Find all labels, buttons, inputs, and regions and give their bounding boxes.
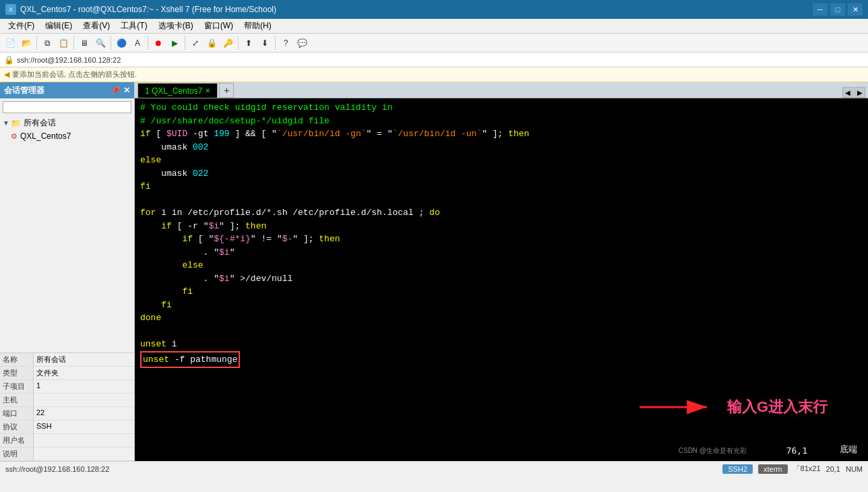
vim-mode: 底端: [840, 443, 857, 456]
watermark: CSDN @生命是有光彩: [679, 446, 747, 456]
tree-item-root[interactable]: ▼ 📁 所有会话: [0, 116, 134, 130]
menu-file[interactable]: 文件(F): [3, 19, 40, 33]
close-button[interactable]: ✕: [848, 3, 863, 16]
sidebar-title: 会话管理器: [4, 85, 44, 96]
download-button[interactable]: ⬇: [257, 36, 272, 51]
window-title: QXL_Centos7 - root@QXLCentos7:~ - Xshell…: [20, 5, 276, 14]
props-value-name: 所有会话: [34, 353, 134, 366]
props-label-protocol: 协议: [0, 421, 34, 433]
menu-edit[interactable]: 编辑(E): [40, 19, 78, 33]
tab-nav: ◀ ▶: [842, 87, 865, 98]
term-line-4: umask 002: [140, 141, 863, 154]
term-line-16: fi: [140, 299, 863, 312]
toolbar-separator-1: [36, 36, 37, 50]
props-label-port: 端口: [0, 407, 34, 420]
status-dimensions: 「81x21: [793, 464, 821, 474]
session-button[interactable]: 🖥: [77, 36, 92, 51]
props-value-type: 文件夹: [34, 367, 134, 379]
props-value-desc: [34, 448, 134, 460]
play-button[interactable]: ▶: [167, 36, 182, 51]
term-line-8: [140, 193, 863, 207]
maximize-button[interactable]: □: [830, 3, 845, 16]
bottom-bar: ssh://root@192.168.160.128:22 SSH2 xterm…: [0, 461, 868, 476]
term-line-1: # You could check uidgid reservation val…: [140, 101, 863, 115]
tab-close-icon[interactable]: ✕: [205, 87, 210, 94]
term-line-2: # /usr/share/doc/setup-*/uidgid file: [140, 115, 863, 128]
ssh-lock-icon: 🔒: [4, 55, 14, 65]
tab-qxl-centos7[interactable]: 1 QXL_Centos7 ✕: [137, 83, 218, 98]
info-button[interactable]: 💬: [294, 36, 309, 51]
annotation-arrow-svg: [640, 394, 720, 421]
window-controls: ─ □ ✕: [813, 3, 863, 16]
paste-button[interactable]: 📋: [56, 36, 71, 51]
tab-next-button[interactable]: ▶: [855, 87, 865, 98]
props-label-name: 名称: [0, 353, 34, 366]
tab-add-button[interactable]: +: [219, 83, 234, 98]
status-xterm: xterm: [758, 464, 788, 474]
sidebar-header-icons: 📌 ✕: [111, 86, 130, 95]
props-value-protocol: SSH: [34, 421, 134, 433]
sidebar-search-area: [0, 98, 134, 116]
menu-window[interactable]: 窗口(W): [199, 19, 239, 33]
color-button[interactable]: 🔵: [114, 36, 129, 51]
menu-tools[interactable]: 工具(T): [115, 19, 152, 33]
props-label-host: 主机: [0, 394, 34, 406]
toolbar-separator-4: [148, 36, 148, 50]
minimize-button[interactable]: ─: [813, 3, 828, 16]
help-button[interactable]: ?: [278, 36, 293, 51]
annotation: 输入G进入末行: [640, 394, 828, 421]
title-bar: X QXL_Centos7 - root@QXLCentos7:~ - Xshe…: [0, 0, 868, 19]
terminal-area: 1 QXL_Centos7 ✕ + ◀ ▶ # You could check …: [135, 82, 868, 461]
term-line-5: else: [140, 154, 863, 167]
tab-bar: 1 QXL_Centos7 ✕ + ◀ ▶: [135, 82, 868, 98]
sidebar-close-icon[interactable]: ✕: [123, 86, 130, 95]
props-row-protocol: 协议 SSH: [0, 421, 134, 434]
resize-button[interactable]: ⤢: [188, 36, 203, 51]
find-button[interactable]: 🔍: [93, 36, 108, 51]
vim-position: 76,1: [786, 445, 807, 456]
notice-bar: ◀ 要添加当前会话, 点击左侧的箭头按钮.: [0, 67, 868, 82]
term-line-14: . "$i" >/dev/null: [140, 272, 863, 286]
upload-button[interactable]: ⬆: [241, 36, 256, 51]
annotation-text: 输入G进入末行: [727, 397, 828, 417]
props-row-subitem: 子项目 1: [0, 380, 134, 394]
key-button[interactable]: 🔑: [220, 36, 235, 51]
props-row-host: 主机: [0, 394, 134, 407]
term-line-12: . "$i": [140, 246, 863, 259]
tab-label: 1 QXL_Centos7: [145, 86, 202, 96]
term-line-6: umask 022: [140, 167, 863, 181]
notice-text: 要添加当前会话, 点击左侧的箭头按钮.: [12, 69, 137, 80]
bottom-status-items: SSH2 xterm 「81x21 20,1 NUM: [722, 464, 863, 474]
props-label-desc: 说明: [0, 448, 34, 460]
menu-view[interactable]: 查看(V): [78, 19, 115, 33]
sidebar: 会话管理器 📌 ✕ ▼ 📁 所有会话 ⚙ QXL_Centos7 名称 所有会话: [0, 82, 135, 461]
toolbar-separator-7: [275, 36, 276, 50]
bottom-ssh-address: ssh://root@192.168.160.128:22: [5, 465, 109, 473]
lock-button[interactable]: 🔒: [204, 36, 219, 51]
tree-item-qxl[interactable]: ⚙ QXL_Centos7: [0, 130, 134, 142]
record-button[interactable]: ⏺: [151, 36, 166, 51]
notice-icon: ◀: [4, 70, 9, 79]
props-row-desc: 说明: [0, 448, 134, 461]
main-area: 会话管理器 📌 ✕ ▼ 📁 所有会话 ⚙ QXL_Centos7 名称 所有会话: [0, 82, 868, 461]
tab-prev-button[interactable]: ◀: [842, 87, 853, 98]
term-line-19: unset i: [140, 338, 863, 351]
font-button[interactable]: A: [130, 36, 145, 51]
props-row-user: 用户名: [0, 434, 134, 448]
menu-tabs[interactable]: 选项卡(B): [153, 19, 199, 33]
terminal[interactable]: # You could check uidgid reservation val…: [135, 98, 868, 461]
toolbar-separator-6: [238, 36, 239, 50]
open-button[interactable]: 📂: [19, 36, 34, 51]
menu-help[interactable]: 帮助(H): [239, 19, 277, 33]
sidebar-search-input[interactable]: [3, 101, 131, 113]
status-cursor: 20,1: [826, 465, 840, 473]
sidebar-pin-icon[interactable]: 📌: [111, 86, 121, 95]
props-row-type: 类型 文件夹: [0, 367, 134, 380]
sidebar-tree: ▼ 📁 所有会话 ⚙ QXL_Centos7: [0, 116, 134, 352]
copy-button[interactable]: ⧉: [40, 36, 55, 51]
toolbar-separator-2: [73, 36, 74, 50]
term-line-7: fi: [140, 180, 863, 193]
toolbar-separator-3: [111, 36, 111, 50]
status-ssh2: SSH2: [722, 464, 753, 474]
new-button[interactable]: 📄: [3, 36, 18, 51]
